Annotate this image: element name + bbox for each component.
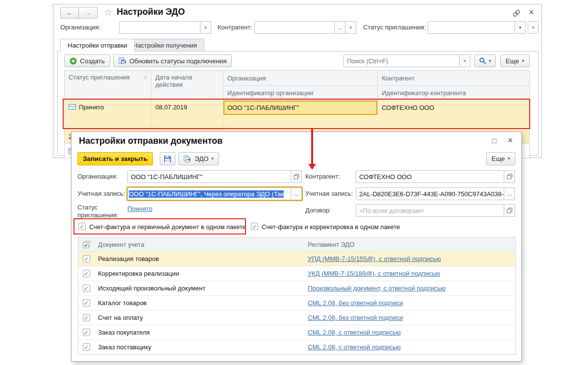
edo-doc-row[interactable]: ✓ Корректировка реализации УКД (ММВ-7-15…: [78, 266, 515, 281]
save-icon: [164, 155, 172, 163]
status-field-label: Статус приглашения:: [77, 204, 122, 219]
select-all-icon[interactable]: [83, 241, 90, 248]
reglament-column-header[interactable]: Регламент ЭДО: [304, 237, 515, 251]
forward-button[interactable]: →: [79, 7, 98, 19]
doc-reglament-link[interactable]: CML 2.08, без ответной подписи: [308, 314, 403, 321]
cp-account-select-button[interactable]: ...: [504, 187, 515, 200]
tab-receive-settings[interactable]: Настройки получения: [125, 39, 204, 52]
invoice-primary-checkbox[interactable]: ✓: [78, 223, 86, 230]
invitation-status-value: Принято: [79, 104, 104, 111]
filter-cp-input-field[interactable]: [258, 24, 331, 31]
account-field[interactable]: ООО "1С-ПАБЛИШИНГ", Через оператора ЭДО …: [127, 187, 291, 200]
org-open-button[interactable]: [291, 170, 302, 183]
edo-doc-row[interactable]: ✓ Каталог товаров CML 2.08, без ответной…: [78, 295, 515, 310]
doc-column-header[interactable]: Документ учета: [94, 237, 304, 251]
column-header-cp[interactable]: Контрагент: [378, 71, 529, 85]
create-button[interactable]: Создать: [64, 54, 110, 67]
ellipsis-icon: ...: [338, 25, 342, 30]
chevron-down-icon: ▾: [522, 59, 524, 63]
filter-cp-input[interactable]: [254, 21, 335, 34]
doc-checkbox[interactable]: ✓: [83, 299, 90, 307]
doc-reglament-link[interactable]: CML 2.08, с ответной подписью: [308, 329, 401, 336]
back-button[interactable]: ←: [60, 7, 79, 19]
doc-checkbox[interactable]: ✓: [83, 270, 90, 277]
invitation-cp-cell[interactable]: СОФТЕХНО ООО: [378, 101, 529, 115]
edo-doc-row[interactable]: ✓ Реализация товаров УПД (ММВ-7-15/155@)…: [78, 251, 515, 266]
doc-checkbox[interactable]: ✓: [83, 329, 90, 336]
doc-reglament-link[interactable]: CML 2.08, с ответной подписью: [308, 343, 401, 351]
more-button-main[interactable]: Еще ▾: [500, 54, 530, 67]
cp-account-field[interactable]: 2AL-D820E3E6-D73F-443E-A090-750C9743A038…: [356, 187, 504, 200]
org-field[interactable]: ООО "1С-ПАБЛИШИНГ": [127, 170, 291, 183]
filter-status-input-field[interactable]: [431, 24, 512, 31]
invitation-org-cell[interactable]: ООО "1С-ПАБЛИШИНГ": [223, 101, 378, 115]
doc-reglament-link[interactable]: УКД (ММВ-7-15/189@), с ответной подписью: [308, 270, 440, 277]
doc-checkbox[interactable]: ✓: [83, 285, 90, 292]
doc-checkbox[interactable]: ✓: [83, 314, 90, 321]
filter-status-clear-button[interactable]: ×: [528, 21, 539, 34]
cp-field[interactable]: СОФТЕХНО ООО: [356, 170, 504, 183]
search-button[interactable]: ▾: [474, 54, 496, 67]
more-button-dialog[interactable]: Еще ▾: [486, 152, 515, 165]
doc-reglament-link[interactable]: CML 2.08, без ответной подписи: [308, 299, 403, 307]
status-value-link[interactable]: Принято: [127, 205, 152, 212]
doc-checkbox[interactable]: ✓: [83, 343, 90, 351]
column-header-date[interactable]: Дата начала действия: [151, 71, 223, 100]
filter-org-clear-button[interactable]: ×: [200, 21, 211, 34]
doc-reglament-link[interactable]: Произвольный документ, с ответной подпис…: [308, 285, 445, 292]
edo-doc-row[interactable]: ✓ Заказ поставщику CML 2.08, с ответной …: [78, 339, 515, 354]
search-input[interactable]: [343, 54, 460, 67]
cp-account-field-value: 2AL-D820E3E6-D73F-443E-A090-750C9743A038…: [359, 190, 504, 198]
tab-send-settings[interactable]: Настройки отправки: [60, 39, 135, 52]
refresh-statuses-button[interactable]: Обновить статусы подключения: [113, 54, 232, 67]
column-header-org[interactable]: Организация: [223, 71, 378, 85]
invitation-row-status-cell[interactable]: Принято: [65, 101, 151, 129]
search-input-field[interactable]: [347, 57, 456, 65]
link-icon[interactable]: [512, 9, 521, 18]
column-header-org-id[interactable]: Идентификатор организации: [223, 85, 378, 100]
contract-field[interactable]: <По всем договорам>: [356, 204, 504, 217]
cp-open-button[interactable]: [504, 170, 515, 183]
chevron-down-icon: ▾: [519, 26, 521, 30]
contract-open-button[interactable]: [504, 204, 515, 217]
invitation-date-cell[interactable]: 08.07.2019: [151, 101, 223, 129]
save-and-close-button[interactable]: Записать и закрыть: [77, 152, 153, 165]
dialog-maximize-icon[interactable]: □: [492, 137, 496, 144]
account-select-button[interactable]: ...: [291, 187, 302, 200]
contract-placeholder: <По всем договорам>: [359, 207, 424, 214]
doc-name: Каталог товаров: [94, 296, 304, 310]
dialog-title: Настройки отправки документов: [79, 136, 222, 146]
edo-doc-row[interactable]: ✓ Счет на оплату CML 2.08, без ответной …: [78, 310, 515, 325]
filter-status-label: Статус приглашения:: [363, 21, 426, 34]
edo-menu-button[interactable]: ЭДО ▾: [178, 152, 219, 165]
doc-name: Заказ поставщику: [94, 340, 304, 354]
org-field-label: Организация:: [77, 170, 118, 183]
doc-checkbox[interactable]: ✓: [83, 255, 90, 262]
filter-cp-select-button[interactable]: ...: [335, 21, 345, 34]
window-close-icon[interactable]: ×: [529, 8, 534, 17]
filter-org-input-field[interactable]: [122, 24, 197, 31]
doc-name: Исходящий произвольный документ: [94, 281, 304, 295]
refresh-status-icon: [119, 57, 126, 65]
filter-org-input[interactable]: [119, 21, 200, 34]
invoice-primary-label: Счет-фактура и первичный документ в одно…: [89, 223, 246, 231]
edo-doc-row[interactable]: ✓ Заказ покупателя CML 2.08, с ответной …: [78, 325, 515, 339]
invoice-correction-checkbox[interactable]: ✓: [251, 223, 258, 230]
filter-cp-clear-button[interactable]: ×: [345, 21, 356, 34]
edo-doc-table-header: Документ учета Регламент ЭДО: [78, 237, 515, 251]
open-icon: [507, 208, 513, 213]
search-clear-button[interactable]: ×: [460, 54, 470, 67]
dialog-close-icon[interactable]: ×: [508, 136, 513, 145]
chevron-down-icon: ▾: [508, 156, 510, 161]
column-header-status[interactable]: Статус приглашения ↑: [65, 71, 151, 100]
edo-menu-label: ЭДО: [195, 155, 209, 162]
edo-doc-row[interactable]: ✓ Исходящий произвольный документ Произв…: [78, 281, 515, 295]
favorite-star-icon[interactable]: ☆: [104, 6, 113, 18]
column-header-cp-id[interactable]: Идентификатор контрагента: [378, 85, 529, 100]
save-button[interactable]: [160, 152, 175, 165]
doc-reglament-link[interactable]: УПД (ММВ-7-15/155@), с ответной подписью: [308, 255, 441, 262]
main-window-header: ← → ☆ Настройки ЭДО ×: [53, 4, 541, 21]
filter-status-dropdown-button[interactable]: ▾: [515, 21, 526, 34]
filter-status-input[interactable]: [428, 21, 515, 34]
ellipsis-icon: ...: [294, 191, 298, 197]
